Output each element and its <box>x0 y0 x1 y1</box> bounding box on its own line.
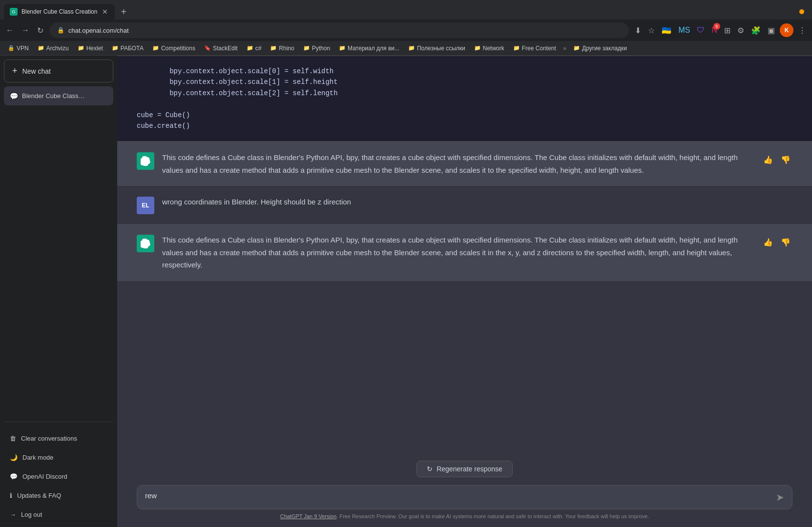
message-content-assistant-2: This code defines a Cube class in Blende… <box>162 234 753 271</box>
bookmark-poleznye-label: Полезные ссылки <box>417 45 465 52</box>
thumbs-up-button-2[interactable]: 👍 <box>761 236 775 249</box>
ukraine-flag-button[interactable]: 🇺🇦 <box>660 24 673 37</box>
nav-forward-button[interactable]: → <box>20 24 31 37</box>
extension-gear-button[interactable]: ⚙ <box>735 24 746 37</box>
stackedit-icon: 🔖 <box>204 45 211 51</box>
nav-back-button[interactable]: ← <box>4 24 16 37</box>
input-area: ↻ Regenerate response ➤ ChatGPT Jan 9 Ve… <box>117 453 812 527</box>
address-bar-row: ← → ↻ 🔒 chat.openai.com/chat ⬇ ☆ 🇺🇦 MS 🛡… <box>0 20 812 41</box>
sidebar-discord[interactable]: 💬 OpenAI Discord <box>4 468 113 485</box>
bookmark-material[interactable]: 📁 Материал для ви... <box>335 44 403 53</box>
nav-refresh-button[interactable]: ↻ <box>35 24 45 37</box>
bookmark-vpn[interactable]: 🔒 VPN <box>4 44 33 53</box>
message-content-assistant-1: This code defines a Cube class in Blende… <box>162 151 753 176</box>
bookmark-csharp[interactable]: 📁 c# <box>243 44 266 53</box>
extension-puzzle-button[interactable]: 🧩 <box>749 24 763 37</box>
send-icon: ➤ <box>776 492 784 503</box>
browser-menu-button[interactable]: ⋮ <box>796 24 808 37</box>
new-chat-button[interactable]: + New chat <box>4 60 113 82</box>
active-tab[interactable]: G Blender Cube Class Creation ✕ <box>4 4 115 20</box>
bookmark-stackedit[interactable]: 🔖 StackEdit <box>200 44 242 53</box>
sidebar-clear-conversations[interactable]: 🗑 Clear conversations <box>4 430 113 447</box>
bookmark-other[interactable]: 📁 Другие закладки <box>569 44 631 53</box>
csharp-folder-icon: 📁 <box>247 45 253 51</box>
sidebar-dark-mode[interactable]: 🌙 Dark mode <box>4 449 113 466</box>
browser-chrome: G Blender Cube Class Creation ✕ + ← → ↻ … <box>0 0 812 56</box>
sidebar-divider <box>4 422 113 422</box>
chat-input[interactable] <box>145 491 770 503</box>
bookmark-free-content[interactable]: 📁 Free Content <box>509 44 560 53</box>
bookmark-archvizu[interactable]: 📁 Archvizu <box>34 44 73 53</box>
thumbs-up-button-1[interactable]: 👍 <box>761 153 775 166</box>
footer-desc: . Free Research Preview. Our goal is to … <box>336 513 649 519</box>
sidebar-logout[interactable]: → Log out <box>4 506 113 523</box>
code-line-2: bpy.context.object.scale[1] = self.heigh… <box>137 77 792 87</box>
logout-label: Log out <box>21 511 42 518</box>
competitions-folder-icon: 📁 <box>152 45 159 51</box>
app-container: + New chat 💬 Blender Cube Class Cr ✏ 🗑 🗑… <box>0 56 812 527</box>
network-folder-icon: 📁 <box>474 45 481 51</box>
regenerate-row: ↻ Regenerate response <box>137 461 792 477</box>
bookmark-competitions[interactable]: 📁 Competitions <box>148 44 199 53</box>
clear-conversations-label: Clear conversations <box>21 435 77 442</box>
toolbar-icons: ⬇ ☆ 🇺🇦 MS 🛡 N 5 ⊞ ⚙ 🧩 ▣ K ⋮ <box>633 23 808 37</box>
notification-badge: 5 <box>713 23 720 30</box>
input-box-wrapper: ➤ <box>137 485 792 509</box>
extension-badge-button[interactable]: N 5 <box>709 24 719 37</box>
bookmark-material-label: Материал для ви... <box>348 45 399 52</box>
bookmarks-bar: 🔒 VPN 📁 Archvizu 📁 Hexlet 📁 РАБОТА 📁 Com… <box>0 41 812 56</box>
hexlet-folder-icon: 📁 <box>78 45 84 51</box>
bookmark-csharp-label: c# <box>255 45 262 52</box>
chat-messages: bpy.context.object.scale[0] = self.width… <box>117 56 812 453</box>
dark-mode-label: Dark mode <box>22 454 54 461</box>
bookmark-star-button[interactable]: ☆ <box>646 24 657 37</box>
extension-window-button[interactable]: ▣ <box>766 24 777 37</box>
code-block-top: bpy.context.object.scale[0] = self.width… <box>117 56 812 142</box>
bookmark-vpn-label: VPN <box>17 45 29 52</box>
sidebar-faq[interactable]: ℹ Updates & FAQ <box>4 487 113 504</box>
chat-item-delete-button[interactable]: 🗑 <box>99 91 107 101</box>
clear-conversations-icon: 🗑 <box>10 435 16 442</box>
code-line-4: cube = Cube() <box>137 110 792 121</box>
bookmark-rhino[interactable]: 📁 Rhino <box>266 44 298 53</box>
rabota-folder-icon: 📁 <box>112 45 119 51</box>
message-row-user: EL wrong coordinates in Blender. Height … <box>117 186 812 224</box>
extension-vpn-button[interactable]: 🛡 <box>695 24 707 37</box>
profile-avatar-button[interactable]: K <box>780 23 793 37</box>
chat-main: bpy.context.object.scale[0] = self.width… <box>117 56 812 527</box>
faq-icon: ℹ <box>10 492 12 499</box>
footer-note: ChatGPT Jan 9 Version. Free Research Pre… <box>137 509 792 523</box>
thumbs-down-button-2[interactable]: 👎 <box>779 236 792 249</box>
orange-dot <box>799 9 804 14</box>
regenerate-button[interactable]: ↻ Regenerate response <box>416 461 513 477</box>
logout-icon: → <box>10 511 16 518</box>
new-tab-button[interactable]: + <box>117 6 130 18</box>
bookmark-poleznye[interactable]: 📁 Полезные ссылки <box>404 44 469 53</box>
address-bar[interactable]: 🔒 chat.openai.com/chat <box>49 22 629 38</box>
bookmark-other-label: Другие закладки <box>582 45 627 52</box>
footer-link[interactable]: ChatGPT Jan 9 Version <box>280 513 336 519</box>
lock-icon: 🔒 <box>57 27 64 34</box>
regenerate-label: Regenerate response <box>437 465 502 473</box>
chat-item-title: Blender Cube Class Cr <box>22 92 86 100</box>
bookmark-rabota[interactable]: 📁 РАБОТА <box>108 44 147 53</box>
extension-grid-button[interactable]: ⊞ <box>722 24 732 37</box>
download-icon-button[interactable]: ⬇ <box>633 24 643 37</box>
bookmark-rhino-label: Rhino <box>279 45 294 52</box>
extension-ms-button[interactable]: MS <box>676 24 692 37</box>
bookmark-python[interactable]: 📁 Python <box>299 44 334 53</box>
bookmark-hexlet[interactable]: 📁 Hexlet <box>74 44 107 53</box>
faq-label: Updates & FAQ <box>17 492 61 499</box>
tab-bar: G Blender Cube Class Creation ✕ + <box>0 0 812 20</box>
archvizu-folder-icon: 📁 <box>38 45 44 51</box>
bookmark-free-content-label: Free Content <box>522 45 556 52</box>
message-actions-2: 👍 👎 <box>761 236 792 249</box>
chat-item-blender[interactable]: 💬 Blender Cube Class Cr ✏ 🗑 <box>4 86 113 105</box>
chat-item-edit-button[interactable]: ✏ <box>90 91 97 101</box>
bookmark-network[interactable]: 📁 Network <box>470 44 508 53</box>
send-button[interactable]: ➤ <box>776 491 784 503</box>
thumbs-down-button-1[interactable]: 👎 <box>779 153 792 166</box>
message-row-assistant-2: This code defines a Cube class in Blende… <box>117 224 812 281</box>
code-line-3: bpy.context.object.scale[2] = self.lengt… <box>137 88 792 99</box>
tab-close-button[interactable]: ✕ <box>101 8 109 16</box>
